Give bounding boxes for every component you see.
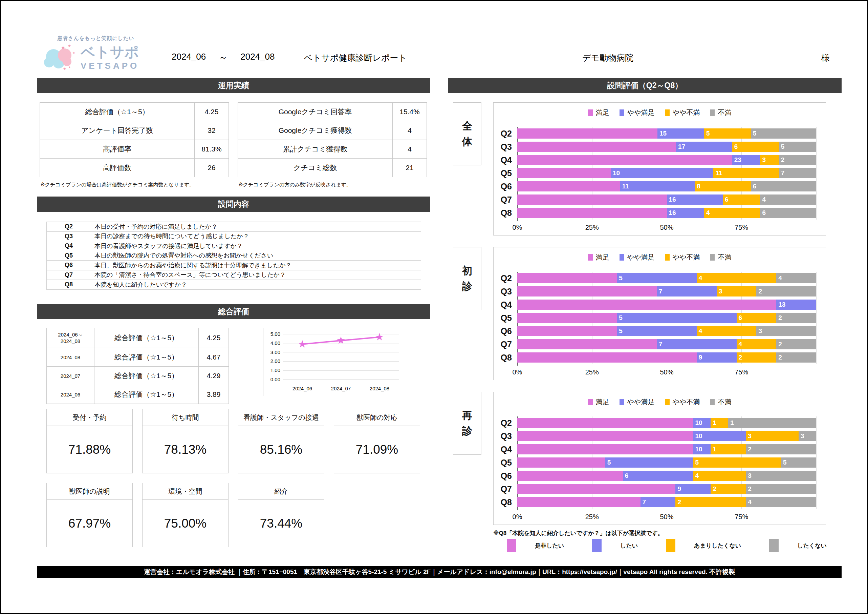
metric-card: 看護師・スタッフの接遇85.16%: [238, 409, 324, 473]
bar-category-label: Q3: [501, 287, 512, 297]
gridline: [816, 417, 817, 509]
legend-item: 満足: [588, 398, 609, 407]
metric-card-title: 受付・予約: [47, 409, 132, 426]
question-row: Q3本日の診察までの待ち時間についてどう感じましたか？: [47, 232, 421, 241]
legend-label: やや満足: [627, 253, 655, 262]
operation-note-right: ※クチコミプランの方のみ数字が反映されます。: [239, 182, 352, 188]
bar-segment: [704, 208, 760, 218]
question-row: Q6本日、獣医師からのお薬や治療に関する説明は十分理解できましたか？: [47, 260, 421, 270]
bar-segment: [746, 431, 798, 441]
bar-segment: [776, 313, 816, 323]
svg-text:★: ★: [68, 66, 71, 69]
stat-label: Googleクチコミ回答率: [238, 103, 392, 121]
stat-value: 4.25: [194, 103, 228, 121]
legend-item: やや不満: [665, 398, 700, 407]
x-axis-tick-label: 75%: [735, 513, 748, 521]
metric-card-title: 獣医師の説明: [47, 483, 132, 500]
bar-row: Q42332: [517, 155, 816, 165]
bar-segment: [746, 497, 816, 507]
x-axis-tick-label: 25%: [585, 513, 599, 521]
bar-segment: [517, 418, 693, 428]
bar-category-label: Q7: [501, 195, 512, 205]
bar-segment: [697, 273, 776, 283]
bar-segment: [517, 471, 623, 481]
svg-text:3.00: 3.00: [270, 349, 280, 355]
gridline: [816, 127, 817, 219]
bar-chart-shoshin: 満足やや満足やや不満不満Q2544Q3732Q413Q5562Q6543Q774…: [493, 247, 826, 380]
bar-plot-area: Q21555Q31765Q42332Q510117Q61186Q71664Q81…: [517, 127, 816, 219]
bar-segment-value: 16: [669, 209, 676, 216]
rating-label: 総合評価（☆1～5）: [94, 367, 198, 385]
logo-text: ベトサポ: [81, 45, 139, 60]
cloud-logo-icon: ★ ★ ★ ★ ★: [43, 43, 79, 73]
rating-row: 2024_06～ 2024_08総合評価（☆1～5）4.25: [47, 328, 228, 348]
bar-segment: [623, 471, 693, 481]
stat-row: 累計クチコミ獲得数4: [238, 140, 426, 158]
bar-segment-value: 7: [781, 169, 785, 177]
bar-row: Q7742: [517, 339, 816, 349]
bar-segment: [713, 168, 779, 178]
q8-option-item: 是非したい: [507, 539, 564, 552]
bar-segment-value: 9: [699, 354, 702, 361]
bar-category-label: Q5: [501, 458, 512, 468]
metric-card: 待ち時間78.13%: [142, 409, 228, 473]
bar-segment: [756, 286, 816, 297]
bar-segment-value: 2: [739, 354, 742, 361]
x-axis-tick-label: 75%: [735, 368, 748, 376]
bar-segment-value: 4: [762, 196, 766, 203]
stat-value: 32: [194, 121, 228, 140]
bar-segment: [751, 181, 816, 191]
question-row: Q7本院の「清潔さ・待合室のスペース」等についてどう思いましたか？: [47, 270, 421, 280]
bar-row: Q6543: [517, 326, 816, 336]
question-row: Q4本日の看護師やスタッフの接遇に満足していますか？: [47, 241, 421, 251]
bar-segment-value: 6: [734, 143, 738, 151]
bar-segment-value: 5: [619, 314, 623, 322]
q8-option-label: したくない: [797, 542, 827, 550]
bar-segment-value: 2: [677, 499, 681, 506]
metric-card-value: 85.16%: [238, 426, 324, 473]
bar-segment-value: 2: [778, 354, 782, 361]
legend-swatch-icon: [710, 254, 715, 261]
stat-value: 21: [392, 159, 426, 177]
chart-legend: 満足やや満足やや不満不満: [494, 253, 826, 262]
bar-row: Q3732: [517, 286, 816, 297]
bar-segment-value: 2: [748, 485, 752, 493]
metric-card-title: 獣医師の対応: [334, 409, 420, 426]
bar-segment: [517, 313, 617, 323]
group-label-saishin: 再診: [453, 392, 481, 455]
bar-segment-value: 4: [699, 327, 702, 335]
legend-item: やや不満: [665, 253, 700, 262]
bar-segment-value: 10: [695, 446, 702, 453]
bar-category-label: Q3: [501, 142, 512, 152]
operation-stats-right-table: Googleクチコミ回答率15.4%Googleクチコミ獲得数4累計クチコミ獲得…: [238, 102, 427, 177]
rating-value: 3.89: [198, 385, 228, 404]
rating-value: 4.25: [198, 328, 228, 348]
group-label-char: 診: [462, 424, 472, 438]
metric-card: 紹介73.44%: [238, 483, 324, 547]
group-label-char: 再: [462, 409, 472, 422]
bar-row: Q81646: [517, 208, 816, 218]
bar-category-label: Q8: [501, 208, 512, 218]
metric-card-value: 67.97%: [47, 500, 132, 547]
rating-period: 2024_08: [47, 348, 94, 366]
footer-bar: 運営会社：エルモオラ株式会社 ｜住所：〒151−0051 東京都渋谷区千駄ヶ谷5…: [37, 566, 842, 578]
question-id: Q2: [47, 222, 91, 232]
legend-label: やや満足: [627, 108, 655, 117]
svg-text:2.00: 2.00: [270, 358, 280, 364]
section-title-evaluation: 設問評価（Q2～Q8）: [448, 78, 842, 93]
bar-segment: [776, 273, 816, 283]
legend-label: 不満: [718, 108, 731, 117]
question-list-table: Q2本日の受付・予約の対応に満足しましたか？Q3本日の診察までの待ち時間について…: [46, 222, 421, 290]
question-row: Q8本院を知人に紹介したいですか？: [47, 280, 421, 289]
svg-text:★: ★: [73, 51, 75, 54]
svg-text:2024_07: 2024_07: [331, 385, 351, 392]
x-axis-ticks: 0%25%50%75%: [517, 513, 816, 522]
x-axis-ticks: 0%25%50%75%: [517, 224, 816, 232]
bar-segment-value: 3: [758, 327, 762, 335]
bar-category-label: Q5: [501, 313, 512, 323]
legend-item: やや満足: [620, 398, 655, 407]
x-axis-tick-label: 50%: [660, 513, 673, 521]
bar-segment: [517, 497, 640, 507]
bar-segment: [697, 353, 737, 362]
bar-segment-value: 5: [706, 130, 710, 137]
